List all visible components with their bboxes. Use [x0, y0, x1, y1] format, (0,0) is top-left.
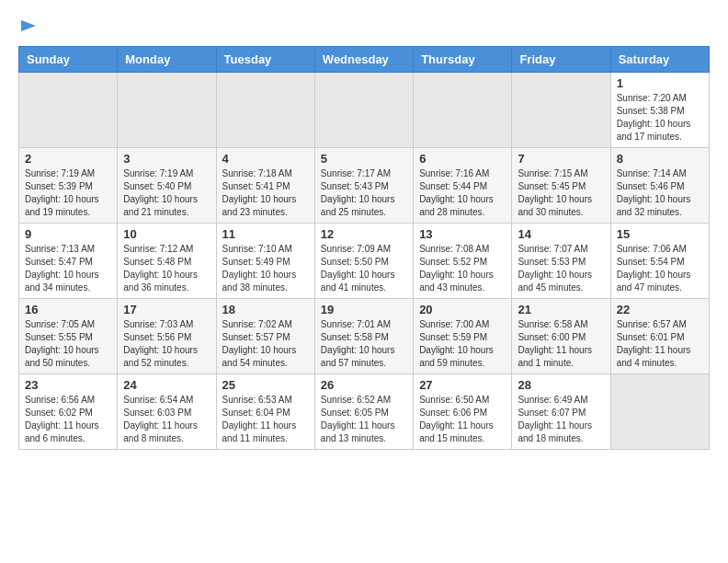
day-info: Sunrise: 6:54 AM Sunset: 6:03 PM Dayligh… [123, 394, 210, 445]
calendar-cell: 1Sunrise: 7:20 AM Sunset: 5:38 PM Daylig… [610, 73, 709, 148]
weekday-header-friday: Friday [512, 47, 610, 73]
calendar-cell: 26Sunrise: 6:52 AM Sunset: 6:05 PM Dayli… [314, 374, 413, 450]
calendar-cell: 6Sunrise: 7:16 AM Sunset: 5:44 PM Daylig… [414, 148, 512, 224]
calendar-cell: 12Sunrise: 7:09 AM Sunset: 5:50 PM Dayli… [314, 224, 413, 299]
day-info: Sunrise: 7:16 AM Sunset: 5:44 PM Dayligh… [419, 167, 506, 219]
day-number: 10 [123, 227, 210, 241]
day-info: Sunrise: 6:53 AM Sunset: 6:04 PM Dayligh… [222, 394, 309, 445]
calendar-cell: 9Sunrise: 7:13 AM Sunset: 5:47 PM Daylig… [19, 224, 118, 299]
calendar-cell: 8Sunrise: 7:14 AM Sunset: 5:46 PM Daylig… [610, 148, 709, 224]
day-number: 15 [617, 227, 703, 241]
day-info: Sunrise: 7:03 AM Sunset: 5:56 PM Dayligh… [123, 318, 210, 370]
calendar-cell: 14Sunrise: 7:07 AM Sunset: 5:53 PM Dayli… [512, 224, 610, 299]
day-info: Sunrise: 6:50 AM Sunset: 6:06 PM Dayligh… [419, 394, 506, 445]
weekday-header-tuesday: Tuesday [216, 47, 314, 73]
calendar-cell [19, 73, 118, 148]
day-info: Sunrise: 7:14 AM Sunset: 5:46 PM Dayligh… [617, 167, 703, 219]
svg-marker-0 [21, 20, 36, 31]
day-number: 19 [321, 303, 407, 316]
day-number: 27 [419, 378, 506, 392]
calendar-cell: 7Sunrise: 7:15 AM Sunset: 5:45 PM Daylig… [512, 148, 610, 224]
weekday-header-wednesday: Wednesday [314, 47, 413, 73]
day-number: 23 [25, 378, 111, 392]
day-number: 1 [617, 76, 703, 90]
day-info: Sunrise: 7:07 AM Sunset: 5:53 PM Dayligh… [518, 243, 604, 294]
day-info: Sunrise: 7:18 AM Sunset: 5:41 PM Dayligh… [222, 167, 309, 219]
calendar-cell [414, 73, 512, 148]
calendar-cell: 28Sunrise: 6:49 AM Sunset: 6:07 PM Dayli… [512, 374, 610, 450]
day-number: 13 [419, 227, 506, 241]
calendar-week-0: 1Sunrise: 7:20 AM Sunset: 5:38 PM Daylig… [19, 73, 710, 148]
day-info: Sunrise: 7:09 AM Sunset: 5:50 PM Dayligh… [321, 243, 407, 294]
day-number: 8 [617, 152, 703, 166]
calendar-week-1: 2Sunrise: 7:19 AM Sunset: 5:39 PM Daylig… [19, 148, 710, 224]
calendar-cell: 21Sunrise: 6:58 AM Sunset: 6:00 PM Dayli… [512, 299, 610, 374]
weekday-header-thursday: Thursday [414, 47, 512, 73]
day-number: 4 [222, 152, 309, 166]
calendar-cell [118, 73, 216, 148]
calendar-cell: 19Sunrise: 7:01 AM Sunset: 5:58 PM Dayli… [314, 299, 413, 374]
day-info: Sunrise: 6:52 AM Sunset: 6:05 PM Dayligh… [321, 394, 407, 445]
day-number: 6 [419, 152, 506, 166]
day-number: 3 [123, 152, 210, 166]
weekday-header-monday: Monday [118, 47, 216, 73]
day-info: Sunrise: 7:15 AM Sunset: 5:45 PM Dayligh… [518, 167, 604, 219]
day-info: Sunrise: 7:19 AM Sunset: 5:40 PM Dayligh… [123, 167, 210, 219]
day-number: 26 [321, 378, 407, 392]
calendar-cell: 25Sunrise: 6:53 AM Sunset: 6:04 PM Dayli… [216, 374, 314, 450]
day-number: 14 [518, 227, 604, 241]
calendar-cell: 18Sunrise: 7:02 AM Sunset: 5:57 PM Dayli… [216, 299, 314, 374]
day-number: 12 [321, 227, 407, 241]
logo-flag-icon [19, 18, 38, 37]
day-number: 22 [617, 303, 703, 316]
day-info: Sunrise: 7:00 AM Sunset: 5:59 PM Dayligh… [419, 318, 506, 370]
calendar-cell: 22Sunrise: 6:57 AM Sunset: 6:01 PM Dayli… [610, 299, 709, 374]
logo [18, 18, 39, 37]
day-number: 17 [123, 303, 210, 316]
calendar-cell: 24Sunrise: 6:54 AM Sunset: 6:03 PM Dayli… [118, 374, 216, 450]
calendar-cell: 27Sunrise: 6:50 AM Sunset: 6:06 PM Dayli… [414, 374, 512, 450]
day-number: 20 [419, 303, 506, 316]
day-info: Sunrise: 7:05 AM Sunset: 5:55 PM Dayligh… [25, 318, 111, 370]
day-info: Sunrise: 6:57 AM Sunset: 6:01 PM Dayligh… [617, 318, 703, 370]
day-number: 16 [25, 303, 111, 316]
day-info: Sunrise: 7:20 AM Sunset: 5:38 PM Dayligh… [617, 92, 703, 144]
calendar-cell: 23Sunrise: 6:56 AM Sunset: 6:02 PM Dayli… [19, 374, 118, 450]
calendar-cell: 17Sunrise: 7:03 AM Sunset: 5:56 PM Dayli… [118, 299, 216, 374]
day-info: Sunrise: 7:01 AM Sunset: 5:58 PM Dayligh… [321, 318, 407, 370]
calendar-cell: 2Sunrise: 7:19 AM Sunset: 5:39 PM Daylig… [19, 148, 118, 224]
day-number: 28 [518, 378, 604, 392]
calendar-cell: 11Sunrise: 7:10 AM Sunset: 5:49 PM Dayli… [216, 224, 314, 299]
calendar-cell: 16Sunrise: 7:05 AM Sunset: 5:55 PM Dayli… [19, 299, 118, 374]
calendar-cell: 15Sunrise: 7:06 AM Sunset: 5:54 PM Dayli… [610, 224, 709, 299]
calendar-cell: 5Sunrise: 7:17 AM Sunset: 5:43 PM Daylig… [314, 148, 413, 224]
day-number: 7 [518, 152, 604, 166]
calendar-cell [314, 73, 413, 148]
day-info: Sunrise: 6:49 AM Sunset: 6:07 PM Dayligh… [518, 394, 604, 445]
day-info: Sunrise: 7:06 AM Sunset: 5:54 PM Dayligh… [617, 243, 703, 294]
calendar-cell: 4Sunrise: 7:18 AM Sunset: 5:41 PM Daylig… [216, 148, 314, 224]
calendar-cell: 13Sunrise: 7:08 AM Sunset: 5:52 PM Dayli… [414, 224, 512, 299]
weekday-header-sunday: Sunday [19, 47, 118, 73]
day-info: Sunrise: 6:58 AM Sunset: 6:00 PM Dayligh… [518, 318, 604, 370]
calendar-header-row: SundayMondayTuesdayWednesdayThursdayFrid… [19, 47, 710, 73]
day-number: 5 [321, 152, 407, 166]
day-info: Sunrise: 7:19 AM Sunset: 5:39 PM Dayligh… [25, 167, 111, 219]
calendar-week-4: 23Sunrise: 6:56 AM Sunset: 6:02 PM Dayli… [19, 374, 710, 450]
calendar-week-3: 16Sunrise: 7:05 AM Sunset: 5:55 PM Dayli… [19, 299, 710, 374]
day-info: Sunrise: 6:56 AM Sunset: 6:02 PM Dayligh… [25, 394, 111, 445]
page-header [18, 18, 710, 37]
day-info: Sunrise: 7:13 AM Sunset: 5:47 PM Dayligh… [25, 243, 111, 294]
day-number: 24 [123, 378, 210, 392]
calendar-cell: 3Sunrise: 7:19 AM Sunset: 5:40 PM Daylig… [118, 148, 216, 224]
calendar-table: SundayMondayTuesdayWednesdayThursdayFrid… [18, 46, 710, 450]
calendar-cell [512, 73, 610, 148]
calendar-cell: 10Sunrise: 7:12 AM Sunset: 5:48 PM Dayli… [118, 224, 216, 299]
day-number: 25 [222, 378, 309, 392]
day-number: 21 [518, 303, 604, 316]
day-info: Sunrise: 7:17 AM Sunset: 5:43 PM Dayligh… [321, 167, 407, 219]
day-number: 2 [25, 152, 111, 166]
calendar-cell: 20Sunrise: 7:00 AM Sunset: 5:59 PM Dayli… [414, 299, 512, 374]
calendar-cell [216, 73, 314, 148]
day-number: 9 [25, 227, 111, 241]
